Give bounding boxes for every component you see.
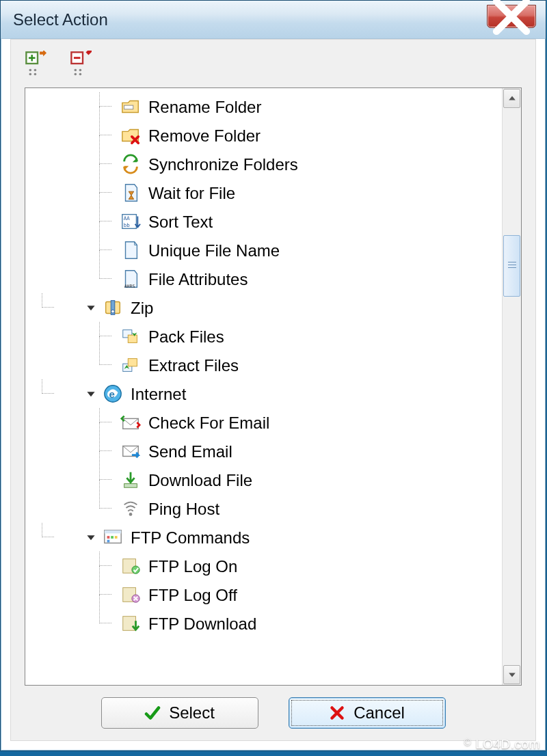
tree-item-label: Send Email (148, 441, 232, 461)
tree-item-label: FTP Log Off (148, 584, 237, 605)
svg-point-2 (34, 69, 37, 72)
tree-item-wait-for-file[interactable]: Wait for File (25, 178, 521, 207)
tree-item-label: Extract Files (148, 355, 239, 375)
scrollbar-thumb[interactable] (503, 235, 520, 297)
action-tree-container: Rename Folder Remove Folder Synchronize … (25, 87, 522, 686)
tree-item-label: Rename Folder (148, 96, 261, 117)
ftp-icon (102, 526, 124, 548)
sort-text-icon: AAbb (120, 211, 142, 232)
ftp-dl-icon (120, 612, 142, 634)
svg-text:bb: bb (124, 222, 131, 228)
file-blank-icon (120, 239, 142, 261)
cancel-button[interactable]: Cancel (289, 697, 446, 729)
svg-text:AA: AA (124, 215, 131, 221)
scroll-down-button[interactable] (503, 665, 520, 684)
tree-group-zip[interactable]: Zip (25, 293, 521, 322)
scroll-up-button[interactable] (503, 89, 520, 108)
svg-point-4 (34, 73, 37, 76)
svg-point-3 (29, 73, 32, 76)
tree-item-label: Synchronize Folders (148, 154, 298, 174)
svg-point-27 (129, 513, 133, 516)
tree-item-extract-files[interactable]: Extract Files (25, 351, 521, 379)
toolbar (11, 40, 535, 87)
tree-item-send-email[interactable]: Send Email (25, 437, 521, 465)
zip-icon (102, 297, 124, 319)
tree-group-label: Zip (131, 297, 153, 318)
chevron-down-icon[interactable] (84, 301, 98, 314)
svg-rect-21 (128, 359, 137, 366)
select-button-label: Select (169, 703, 215, 723)
tree-group-internet[interactable]: e Internet (25, 379, 521, 408)
svg-rect-10 (124, 105, 133, 109)
tree-group-label: Internet (131, 383, 186, 404)
tree-item-label: Ping Host (148, 498, 219, 519)
internet-icon: e (102, 383, 124, 405)
download-icon (120, 469, 142, 491)
dialog-body: Rename Folder Remove Folder Synchronize … (10, 39, 536, 741)
tree-item-label: Wait for File (148, 183, 235, 203)
svg-point-17 (111, 310, 115, 313)
svg-text:e: e (109, 388, 114, 400)
collapse-all-button[interactable] (70, 51, 96, 77)
tree-item-ping-host[interactable]: Ping Host (25, 494, 521, 523)
svg-point-8 (75, 73, 77, 76)
svg-rect-32 (115, 536, 118, 539)
tree-group-label: FTP Commands (131, 527, 250, 548)
svg-rect-31 (111, 536, 114, 539)
ftp-on-icon (120, 555, 142, 577)
svg-point-9 (79, 73, 82, 76)
tree-item-label: Unique File Name (148, 240, 280, 260)
folder-remove-icon (120, 124, 142, 146)
close-button[interactable] (487, 5, 536, 28)
file-attrs-icon: AHRS (120, 268, 142, 290)
pack-icon (120, 325, 142, 347)
action-tree[interactable]: Rename Folder Remove Folder Synchronize … (25, 88, 521, 685)
svg-rect-26 (124, 484, 137, 488)
chevron-down-icon[interactable] (84, 530, 98, 544)
tree-item-label: Download File (148, 470, 252, 490)
svg-rect-33 (107, 540, 110, 543)
mail-send-icon (120, 440, 142, 462)
tree-item-pack-files[interactable]: Pack Files (25, 322, 521, 351)
svg-rect-30 (107, 536, 110, 539)
tree-item-unique-file-name[interactable]: Unique File Name (25, 236, 521, 265)
tree-item-ftp-download[interactable]: FTP Download (25, 609, 521, 638)
tree-item-ftp-log-on[interactable]: FTP Log On (25, 552, 521, 580)
tree-item-file-attributes[interactable]: AHRS File Attributes (25, 265, 521, 293)
tree-item-check-for-email[interactable]: Check For Email (25, 408, 521, 437)
svg-point-1 (29, 69, 32, 72)
dialog-footer: Select Cancel (11, 686, 535, 740)
file-wait-icon (120, 182, 142, 204)
svg-text:AHRS: AHRS (124, 284, 135, 289)
ftp-off-icon (120, 584, 142, 606)
window-title: Select Action (13, 10, 108, 29)
chevron-down-icon[interactable] (84, 387, 98, 401)
select-button[interactable]: Select (101, 697, 258, 729)
tree-group-ftp-commands[interactable]: FTP Commands (25, 523, 521, 552)
tree-item-label: Remove Folder (148, 125, 261, 146)
expand-all-button[interactable] (25, 51, 51, 77)
tree-item-label: Check For Email (148, 412, 269, 433)
sync-icon (120, 153, 142, 175)
tree-item-synchronize-folders[interactable]: Synchronize Folders (25, 150, 521, 178)
extract-icon (120, 354, 142, 376)
tree-item-rename-folder[interactable]: Rename Folder (25, 92, 521, 121)
svg-rect-29 (105, 530, 121, 534)
tree-item-ftp-log-off[interactable]: FTP Log Off (25, 580, 521, 609)
svg-point-35 (132, 566, 139, 573)
tree-item-download-file[interactable]: Download File (25, 465, 521, 494)
svg-rect-19 (128, 335, 137, 342)
watermark: © LO4D.com (464, 737, 540, 752)
tree-item-label: File Attributes (148, 269, 248, 289)
tree-item-sort-text[interactable]: AAbb Sort Text (25, 207, 521, 236)
tree-item-label: Sort Text (148, 211, 213, 232)
tree-item-remove-folder[interactable]: Remove Folder (25, 121, 521, 150)
folder-rename-icon (120, 96, 142, 118)
tree-item-label: FTP Log On (148, 556, 237, 576)
titlebar[interactable]: Select Action (1, 1, 546, 39)
dialog-window: Select Action (0, 0, 546, 751)
svg-point-7 (79, 69, 82, 72)
check-icon (144, 705, 161, 721)
scrollbar-vertical[interactable] (502, 88, 521, 685)
tree-item-label: FTP Download (148, 613, 256, 634)
